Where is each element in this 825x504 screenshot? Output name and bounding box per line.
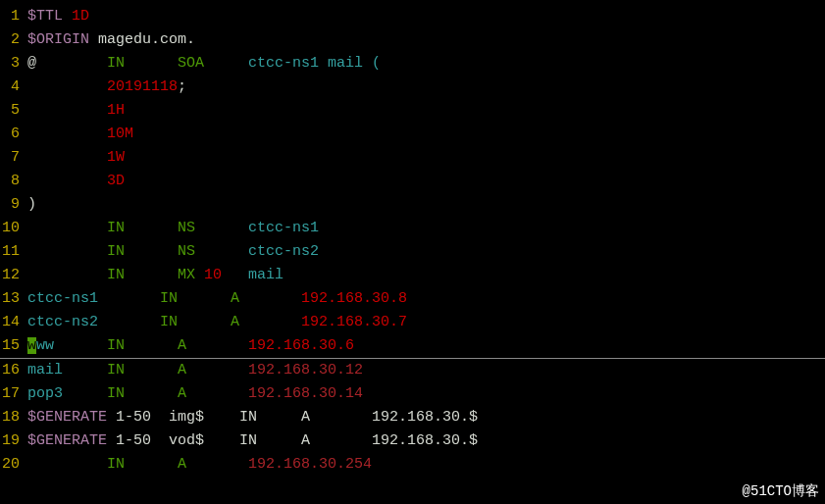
line-content[interactable]: IN MX 10 mail bbox=[27, 264, 825, 287]
code-line[interactable]: 9) bbox=[0, 193, 825, 217]
line-number: 1 bbox=[0, 5, 27, 28]
code-token: 192.168.30.12 bbox=[248, 362, 363, 378]
code-token: w bbox=[27, 337, 36, 354]
line-content[interactable]: 1W bbox=[27, 146, 825, 170]
code-token: 3D bbox=[107, 173, 125, 189]
line-content[interactable]: IN NS ctcc-ns1 bbox=[27, 217, 825, 240]
line-number: 12 bbox=[0, 264, 27, 287]
line-content[interactable]: ) bbox=[27, 193, 825, 217]
line-number: 13 bbox=[0, 287, 27, 311]
code-token: vod$ bbox=[169, 432, 239, 449]
code-line[interactable]: 13ctcc-ns1 IN A 192.168.30.8 bbox=[0, 287, 825, 311]
watermark-text: @51CTO博客 bbox=[743, 480, 819, 502]
code-token: 10 bbox=[204, 267, 248, 283]
code-token: IN bbox=[107, 337, 178, 354]
code-line[interactable]: 2$ORIGIN magedu.com. bbox=[0, 28, 825, 52]
code-token: IN bbox=[107, 55, 178, 72]
code-token: 10M bbox=[107, 126, 133, 142]
code-editor[interactable]: 1$TTL 1D2$ORIGIN magedu.com.3@ IN SOA ct… bbox=[0, 0, 825, 481]
code-token: A bbox=[231, 314, 301, 330]
line-content[interactable]: www IN A 192.168.30.6 bbox=[27, 334, 825, 358]
code-line[interactable]: 19$GENERATE 1-50 vod$ IN A 192.168.30.$ bbox=[0, 429, 825, 453]
code-line[interactable]: 12 IN MX 10 mail bbox=[0, 264, 825, 287]
line-content[interactable]: ctcc-ns2 IN A 192.168.30.7 bbox=[27, 311, 825, 334]
code-line[interactable]: 15www IN A 192.168.30.6 bbox=[0, 334, 825, 359]
line-content[interactable]: @ IN SOA ctcc-ns1 mail ( bbox=[27, 52, 825, 76]
code-token: A bbox=[178, 362, 248, 378]
code-token bbox=[27, 102, 107, 119]
code-line[interactable]: 14ctcc-ns2 IN A 192.168.30.7 bbox=[0, 311, 825, 334]
line-content[interactable]: $GENERATE 1-50 vod$ IN A 192.168.30.$ bbox=[27, 429, 825, 453]
line-number: 20 bbox=[0, 453, 27, 477]
code-token: $ORIGIN bbox=[27, 31, 98, 48]
code-line[interactable]: 6 10M bbox=[0, 123, 825, 146]
code-line[interactable]: 4 20191118; bbox=[0, 76, 825, 99]
code-line[interactable]: 1$TTL 1D bbox=[0, 5, 825, 28]
code-line[interactable]: 7 1W bbox=[0, 146, 825, 170]
code-token: A bbox=[301, 409, 372, 426]
code-token: A bbox=[178, 337, 248, 354]
code-token: A bbox=[301, 432, 372, 449]
code-token: $GENERATE bbox=[27, 432, 116, 449]
line-content[interactable]: ctcc-ns1 IN A 192.168.30.8 bbox=[27, 287, 825, 311]
code-line[interactable]: 5 1H bbox=[0, 99, 825, 123]
code-token bbox=[27, 243, 107, 260]
line-content[interactable]: IN NS ctcc-ns2 bbox=[27, 240, 825, 264]
line-content[interactable]: $TTL 1D bbox=[27, 5, 825, 28]
code-token: NS bbox=[178, 220, 248, 236]
line-content[interactable]: 1H bbox=[27, 99, 825, 123]
code-token: 1W bbox=[107, 149, 125, 166]
line-content[interactable]: 20191118; bbox=[27, 76, 825, 99]
code-token: A bbox=[178, 385, 248, 402]
line-number: 15 bbox=[0, 334, 27, 358]
code-token: IN bbox=[160, 290, 231, 307]
code-token bbox=[27, 267, 107, 283]
line-content[interactable]: mail IN A 192.168.30.12 bbox=[27, 359, 825, 382]
code-token: pop3 bbox=[27, 385, 107, 402]
code-line[interactable]: 18$GENERATE 1-50 img$ IN A 192.168.30.$ bbox=[0, 406, 825, 429]
line-content[interactable]: 10M bbox=[27, 123, 825, 146]
code-token: IN bbox=[107, 267, 178, 283]
line-content[interactable]: 3D bbox=[27, 170, 825, 193]
code-token: ctcc-ns2 bbox=[248, 243, 319, 260]
code-line[interactable]: 17pop3 IN A 192.168.30.14 bbox=[0, 382, 825, 406]
code-token: ) bbox=[27, 196, 36, 213]
code-token: IN bbox=[107, 385, 178, 402]
code-token: IN bbox=[107, 243, 178, 260]
code-token: MX bbox=[178, 267, 204, 283]
code-line[interactable]: 16mail IN A 192.168.30.12 bbox=[0, 359, 825, 382]
code-token: 192.168.30.$ bbox=[372, 432, 478, 449]
line-number: 9 bbox=[0, 193, 27, 217]
code-line[interactable]: 20 IN A 192.168.30.254 bbox=[0, 453, 825, 477]
code-line[interactable]: 10 IN NS ctcc-ns1 bbox=[0, 217, 825, 240]
line-number: 10 bbox=[0, 217, 27, 240]
line-number: 6 bbox=[0, 123, 27, 146]
line-number: 7 bbox=[0, 146, 27, 170]
code-token: 1H bbox=[107, 102, 125, 119]
code-line[interactable]: 8 3D bbox=[0, 170, 825, 193]
code-token: $GENERATE bbox=[27, 409, 116, 426]
line-content[interactable]: $GENERATE 1-50 img$ IN A 192.168.30.$ bbox=[27, 406, 825, 429]
line-number: 19 bbox=[0, 429, 27, 453]
code-token: IN bbox=[107, 220, 178, 236]
code-token: magedu.com. bbox=[98, 31, 195, 48]
code-token: ctcc-ns1 mail ( bbox=[248, 55, 381, 72]
code-line[interactable]: 11 IN NS ctcc-ns2 bbox=[0, 240, 825, 264]
line-content[interactable]: $ORIGIN magedu.com. bbox=[27, 28, 825, 52]
code-token bbox=[27, 126, 107, 142]
line-number: 2 bbox=[0, 28, 27, 52]
line-content[interactable]: IN A 192.168.30.254 bbox=[27, 453, 825, 477]
code-token: ctcc-ns1 bbox=[248, 220, 319, 236]
line-number: 8 bbox=[0, 170, 27, 193]
code-token: NS bbox=[178, 243, 248, 260]
code-token: SOA bbox=[178, 55, 248, 72]
code-token: 192.168.30.6 bbox=[248, 337, 354, 354]
code-token: 192.168.30.$ bbox=[372, 409, 478, 426]
code-token bbox=[27, 173, 107, 189]
code-token: $TTL bbox=[27, 8, 72, 25]
line-content[interactable]: pop3 IN A 192.168.30.14 bbox=[27, 382, 825, 406]
code-token: mail bbox=[248, 267, 284, 283]
code-token: IN bbox=[107, 362, 178, 378]
code-line[interactable]: 3@ IN SOA ctcc-ns1 mail ( bbox=[0, 52, 825, 76]
line-number: 5 bbox=[0, 99, 27, 123]
